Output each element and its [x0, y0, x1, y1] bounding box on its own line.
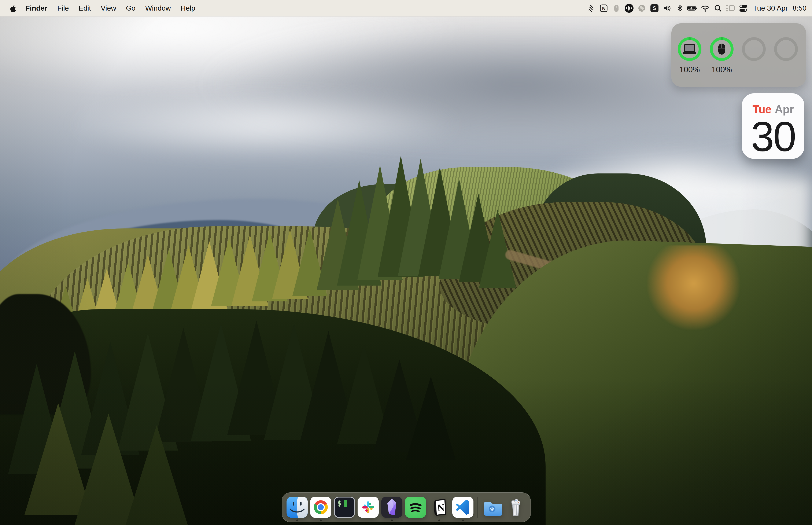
control-center-glyph — [739, 5, 747, 12]
battery-percent: 100% — [710, 65, 734, 74]
slack-icon — [357, 497, 379, 518]
battery-percent: 100% — [678, 65, 701, 74]
trash-full-icon — [505, 497, 526, 518]
clock-date: Tue 30 Apr — [753, 4, 788, 12]
control-center-icon[interactable] — [737, 0, 750, 16]
laptop-icon — [683, 44, 696, 54]
battery-ring — [710, 37, 734, 61]
dock-app-spotify[interactable] — [405, 497, 426, 518]
bluetooth-glyph — [676, 4, 684, 13]
downloads-folder-icon — [481, 497, 503, 518]
slack-menu-icon[interactable]: S — [648, 0, 661, 16]
dock-trash[interactable] — [505, 497, 526, 518]
running-indicator — [462, 520, 464, 521]
striped-cursor-icon[interactable] — [585, 0, 597, 16]
dock-app-notion[interactable]: N — [429, 497, 450, 518]
waveform-glyph — [625, 4, 633, 13]
notion-icon: N — [429, 497, 450, 518]
spotify-icon — [405, 497, 426, 518]
running-indicator — [296, 520, 298, 521]
dock-app-chrome[interactable] — [310, 497, 331, 518]
volume-glyph — [663, 4, 671, 13]
svg-text:N: N — [602, 6, 606, 11]
dock-app-terminal[interactable]: $ — [334, 497, 355, 518]
battery-slot-mouse: 100% — [710, 37, 734, 74]
vscode-icon — [452, 497, 473, 518]
dock: $ — [282, 492, 531, 522]
battery-glyph — [687, 5, 698, 12]
obsidian-icon — [381, 497, 402, 518]
menu-help[interactable]: Help — [176, 4, 200, 12]
spotlight-glyph — [714, 4, 722, 12]
dock-divider — [477, 497, 478, 518]
battery-ring-empty — [774, 37, 798, 61]
globe-icon[interactable] — [635, 0, 648, 16]
krisp-waveform-icon[interactable] — [623, 0, 635, 16]
clock-time: 8:50 — [793, 4, 807, 12]
chrome-icon — [310, 497, 331, 518]
menu-window[interactable]: Window — [140, 4, 176, 12]
menu-bar-status: N S — [585, 0, 807, 16]
stage-manager-icon[interactable] — [724, 0, 737, 16]
dock-app-slack[interactable] — [357, 497, 379, 518]
dock-app-finder[interactable] — [287, 497, 308, 518]
calendar-widget[interactable]: Tue Apr 30 — [742, 93, 805, 159]
running-indicator — [391, 520, 393, 521]
notion-menu-icon[interactable]: N — [597, 0, 610, 16]
spotlight-icon[interactable] — [711, 0, 724, 16]
mouse-icon — [718, 44, 725, 55]
bluetooth-icon[interactable] — [674, 0, 686, 16]
desktop: Finder File Edit View Go Window Help N S — [0, 0, 812, 525]
battery-ring — [678, 37, 701, 61]
battery-ring-empty — [742, 37, 766, 61]
running-indicator — [320, 520, 322, 521]
battery-slot-empty — [742, 37, 766, 74]
calendar-day: 30 — [742, 117, 805, 156]
running-indicator — [438, 520, 440, 521]
menu-file[interactable]: File — [52, 4, 74, 12]
wifi-icon[interactable] — [699, 0, 711, 16]
slack-glyph: S — [650, 4, 658, 12]
menu-edit[interactable]: Edit — [74, 4, 96, 12]
menu-bar-clock[interactable]: Tue 30 Apr 8:50 — [750, 4, 807, 12]
finder-icon — [287, 497, 308, 518]
dock-app-vscode[interactable] — [452, 497, 473, 518]
battery-charging-icon[interactable] — [686, 0, 699, 16]
striped-cursor-glyph — [586, 4, 596, 13]
battery-slot-empty — [774, 37, 798, 74]
dock-app-obsidian[interactable] — [381, 497, 402, 518]
battery-slots: 100% 100% — [678, 37, 798, 74]
batteries-widget[interactable]: 100% 100% — [671, 23, 806, 87]
active-app-menu[interactable]: Finder — [20, 4, 52, 12]
terminal-icon: $ — [334, 497, 355, 518]
globe-glyph — [638, 4, 646, 13]
svg-text:N: N — [437, 502, 445, 513]
mouse-glyph — [614, 5, 618, 12]
menu-go[interactable]: Go — [121, 4, 140, 12]
menu-bar: Finder File Edit View Go Window Help N S — [0, 0, 812, 16]
volume-icon[interactable] — [661, 0, 674, 16]
mouse-battery-icon[interactable] — [610, 0, 623, 16]
battery-slot-laptop: 100% — [678, 37, 701, 74]
apple-menu[interactable] — [5, 4, 20, 13]
wifi-glyph — [701, 5, 710, 12]
apple-logo-icon — [9, 4, 16, 13]
notion-glyph: N — [599, 4, 608, 13]
menu-bar-left: Finder File Edit View Go Window Help — [5, 4, 200, 13]
stage-manager-glyph — [726, 5, 735, 12]
menu-view[interactable]: View — [96, 4, 121, 12]
dock-downloads-folder[interactable] — [481, 497, 503, 518]
battery-percent — [742, 65, 766, 74]
battery-percent — [774, 65, 798, 74]
